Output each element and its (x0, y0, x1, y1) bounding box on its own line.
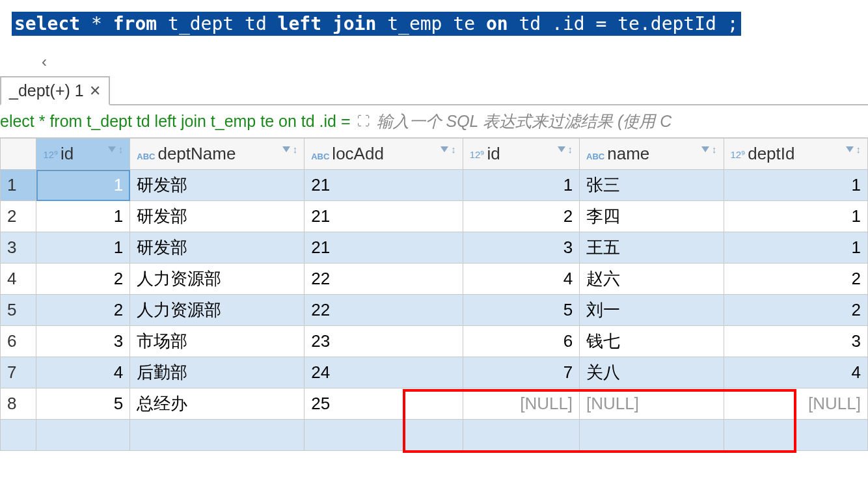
table-row[interactable]: 6 3 市场部 23 6 钱七 3 (1, 326, 868, 357)
table-row[interactable]: 4 2 人力资源部 22 4 赵六 2 (1, 264, 868, 295)
filter-sort-icon[interactable]: ↕ (701, 144, 717, 155)
cell-id2[interactable]: 6 (463, 326, 579, 357)
cell-locAdd[interactable]: 21 (305, 201, 463, 232)
result-grid-wrapper: 12⁹id ↕ ABCdeptName ↕ ABClocAdd ↕ 12⁹id … (0, 138, 868, 451)
row-number[interactable]: 8 (1, 388, 36, 420)
cell-id[interactable]: 2 (36, 264, 130, 295)
table-row-empty (1, 420, 868, 451)
cell-name[interactable]: 刘一 (580, 295, 724, 326)
cell-name[interactable]: 王五 (580, 232, 724, 264)
number-type-icon: 12⁹ (470, 149, 485, 160)
close-icon[interactable]: ✕ (89, 83, 101, 100)
column-header-locAdd[interactable]: ABClocAdd ↕ (305, 139, 463, 170)
column-header-name[interactable]: ABCname ↕ (580, 139, 724, 170)
text-type-icon: ABC (586, 152, 604, 161)
rownum-header (1, 139, 36, 170)
cell-deptId[interactable]: 2 (724, 295, 867, 326)
sql-statement: select * from t_dept td left join t_emp … (12, 12, 741, 36)
table-row[interactable]: 3 1 研发部 21 3 王五 1 (1, 232, 868, 264)
number-type-icon: 12⁹ (43, 149, 58, 160)
filter-sort-icon[interactable]: ↕ (558, 144, 573, 155)
row-number[interactable]: 3 (1, 232, 36, 264)
cell-locAdd[interactable]: 21 (305, 232, 463, 264)
row-number[interactable]: 6 (1, 326, 36, 357)
header-row: 12⁹id ↕ ABCdeptName ↕ ABClocAdd ↕ 12⁹id … (1, 139, 868, 170)
cell-name-null[interactable]: [NULL] (580, 388, 724, 420)
cell-deptId[interactable]: 1 (724, 232, 867, 264)
cell-id[interactable]: 5 (36, 388, 130, 420)
text-type-icon: ABC (137, 152, 155, 161)
sql-editor[interactable]: select * from t_dept td left join t_emp … (0, 0, 868, 47)
result-grid[interactable]: 12⁹id ↕ ABCdeptName ↕ ABClocAdd ↕ 12⁹id … (0, 138, 868, 451)
cell-name[interactable]: 李四 (580, 201, 724, 232)
cell-name[interactable]: 钱七 (580, 326, 724, 357)
cell-deptName[interactable]: 市场部 (130, 326, 305, 357)
cell-deptId[interactable]: 1 (724, 170, 867, 201)
cell-id2[interactable]: 2 (463, 201, 579, 232)
cell-locAdd[interactable]: 23 (305, 326, 463, 357)
back-icon[interactable]: ‹ (42, 53, 47, 70)
row-number[interactable]: 2 (1, 201, 36, 232)
filter-input[interactable]: 输入一个 SQL 表达式来过滤结果 (使用 C (377, 111, 672, 132)
cell-deptId[interactable]: 3 (724, 326, 867, 357)
cell-id2[interactable]: 1 (463, 170, 579, 201)
nav-back-area: ‹ (0, 47, 868, 76)
table-row[interactable]: 5 2 人力资源部 22 5 刘一 2 (1, 295, 868, 326)
text-type-icon: ABC (311, 152, 329, 161)
filter-sort-icon[interactable]: ↕ (441, 144, 456, 155)
filter-sort-icon[interactable]: ↕ (282, 144, 298, 155)
cell-locAdd[interactable]: 24 (305, 357, 463, 388)
cell-id2[interactable]: 7 (463, 357, 579, 388)
cell-id2[interactable]: 3 (463, 232, 579, 264)
cell-id2-null[interactable]: [NULL] (463, 388, 579, 420)
row-number[interactable]: 4 (1, 264, 36, 295)
column-header-deptId[interactable]: 12⁹deptId ↕ (724, 139, 867, 170)
cell-id2[interactable]: 4 (463, 264, 579, 295)
expand-icon[interactable]: ⛶ (357, 114, 370, 129)
cell-id[interactable]: 1 (36, 201, 130, 232)
cell-deptId[interactable]: 4 (724, 357, 867, 388)
cell-id[interactable]: 1 (36, 170, 130, 201)
tab-label: _dept(+) 1 (9, 81, 84, 100)
cell-id[interactable]: 1 (36, 232, 130, 264)
query-bar: elect * from t_dept td left join t_emp t… (0, 105, 868, 138)
row-number[interactable]: 1 (1, 170, 36, 201)
table-row[interactable]: 7 4 后勤部 24 7 关八 4 (1, 357, 868, 388)
cell-deptName[interactable]: 后勤部 (130, 357, 305, 388)
table-row[interactable]: 1 1 研发部 21 1 张三 1 (1, 170, 868, 201)
cell-id2[interactable]: 5 (463, 295, 579, 326)
cell-deptName[interactable]: 总经办 (130, 388, 305, 420)
row-number[interactable]: 7 (1, 357, 36, 388)
cell-id[interactable]: 4 (36, 357, 130, 388)
cell-locAdd[interactable]: 22 (305, 264, 463, 295)
cell-name[interactable]: 张三 (580, 170, 724, 201)
column-header-deptName[interactable]: ABCdeptName ↕ (130, 139, 305, 170)
cell-deptId[interactable]: 1 (724, 201, 867, 232)
table-row[interactable]: 8 5 总经办 25 [NULL] [NULL] [NULL] (1, 388, 868, 420)
cell-deptId[interactable]: 2 (724, 264, 867, 295)
cell-deptName[interactable]: 人力资源部 (130, 295, 305, 326)
executed-query-text: elect * from t_dept td left join t_emp t… (0, 112, 351, 131)
table-row[interactable]: 2 1 研发部 21 2 李四 1 (1, 201, 868, 232)
cell-id[interactable]: 3 (36, 326, 130, 357)
tab-bar: _dept(+) 1 ✕ (0, 76, 868, 105)
cell-deptName[interactable]: 人力资源部 (130, 264, 305, 295)
column-header-id2[interactable]: 12⁹id ↕ (463, 139, 579, 170)
cell-id[interactable]: 2 (36, 295, 130, 326)
column-header-id[interactable]: 12⁹id ↕ (36, 139, 130, 170)
filter-sort-icon[interactable]: ↕ (846, 144, 861, 155)
cell-deptName[interactable]: 研发部 (130, 170, 305, 201)
cell-locAdd[interactable]: 25 (305, 388, 463, 420)
cell-name[interactable]: 赵六 (580, 264, 724, 295)
cell-deptId-null[interactable]: [NULL] (724, 388, 867, 420)
row-number[interactable]: 5 (1, 295, 36, 326)
cell-locAdd[interactable]: 21 (305, 170, 463, 201)
cell-locAdd[interactable]: 22 (305, 295, 463, 326)
cell-deptName[interactable]: 研发部 (130, 232, 305, 264)
result-tab[interactable]: _dept(+) 1 ✕ (0, 76, 110, 105)
number-type-icon: 12⁹ (731, 149, 746, 160)
cell-name[interactable]: 关八 (580, 357, 724, 388)
cell-deptName[interactable]: 研发部 (130, 201, 305, 232)
filter-sort-icon[interactable]: ↕ (108, 144, 124, 155)
